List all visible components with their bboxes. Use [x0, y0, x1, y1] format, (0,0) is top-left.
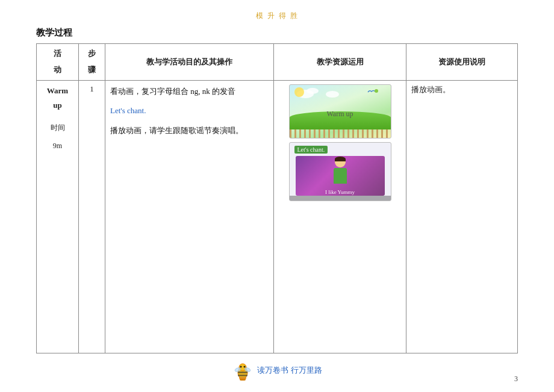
time-value: 9m: [53, 140, 62, 152]
hair: [335, 157, 346, 161]
chant-label: Let's chant.: [294, 146, 328, 154]
cloud-2: [307, 88, 319, 94]
warm-up-label: Warm: [47, 84, 68, 98]
bird-icon: [367, 89, 379, 96]
svg-rect-3: [238, 372, 247, 373]
activity-cell: Warm up 时间 9m: [37, 80, 79, 353]
progress-bar: [292, 197, 310, 199]
thumb-top: Warm up: [289, 84, 391, 138]
desc-line1: 看动画，复习字母组合 ng, nk 的发音: [110, 84, 269, 99]
thumb-bottom: Let's chant. I like Yummy: [289, 142, 391, 201]
page-wrapper: 模 升 得 胜 教学过程 活 动 步 骤: [0, 0, 554, 392]
table-row: Warm up 时间 9m 1 看动画，复习字母组合 ng, nk 的发音 Le…: [37, 80, 518, 353]
person-figure: [330, 157, 350, 187]
footer: 读万卷书 行万里路: [36, 359, 518, 381]
col-header-resource: 教学资源运用: [274, 44, 406, 81]
bee-logo: [232, 359, 254, 381]
desc-cell: 看动画，复习字母组合 ng, nk 的发音 Let's chant. 播放动画，…: [105, 80, 274, 353]
worm-text: Warm up: [326, 110, 353, 119]
col-header-step: 步 骤: [79, 44, 105, 81]
note-cell: 播放动画。: [406, 80, 518, 353]
footer-text: 读万卷书 行万里路: [257, 365, 322, 376]
col-header-activity: 活 动: [37, 44, 79, 81]
section-title: 教学过程: [36, 27, 518, 39]
cloud-3: [326, 91, 339, 98]
col-header-note: 资源使用说明: [406, 44, 518, 81]
svg-rect-4: [238, 375, 247, 376]
svg-rect-12: [239, 377, 246, 379]
fence: [290, 129, 391, 138]
svg-point-7: [240, 366, 242, 368]
video-bar: [290, 196, 391, 201]
step-cell: 1: [79, 80, 105, 353]
resource-cell: Warm up Let's chant.: [274, 80, 406, 353]
person-head: [335, 157, 346, 167]
svg-point-0: [375, 89, 378, 93]
top-header-text: 模 升 得 胜: [256, 11, 299, 20]
warm-up-label-2: up: [53, 99, 61, 112]
time-label: 时间: [51, 122, 65, 134]
table-header-row: 活 动 步 骤 教与学活动目的及其操作 教学资源运用 资源使用说明: [37, 44, 518, 81]
main-table: 活 动 步 骤 教与学活动目的及其操作 教学资源运用 资源使用说明: [36, 43, 518, 353]
thumb-wrapper: Warm up Let's chant.: [279, 84, 401, 201]
svg-point-8: [244, 366, 246, 368]
top-header: 模 升 得 胜: [36, 11, 518, 21]
person-body: [334, 168, 347, 184]
inner-box: I like Yummy: [296, 156, 385, 196]
desc-line3: 播放动画，请学生跟随歌谣节奏演唱。: [110, 123, 269, 138]
sun: [294, 87, 304, 97]
col-header-desc: 教与学活动目的及其操作: [105, 44, 274, 81]
note-text: 播放动画。: [411, 85, 450, 94]
inner-box-label: I like Yummy: [325, 189, 355, 195]
desc-line2: Let's chant.: [110, 104, 269, 119]
page-number: 3: [514, 375, 518, 384]
